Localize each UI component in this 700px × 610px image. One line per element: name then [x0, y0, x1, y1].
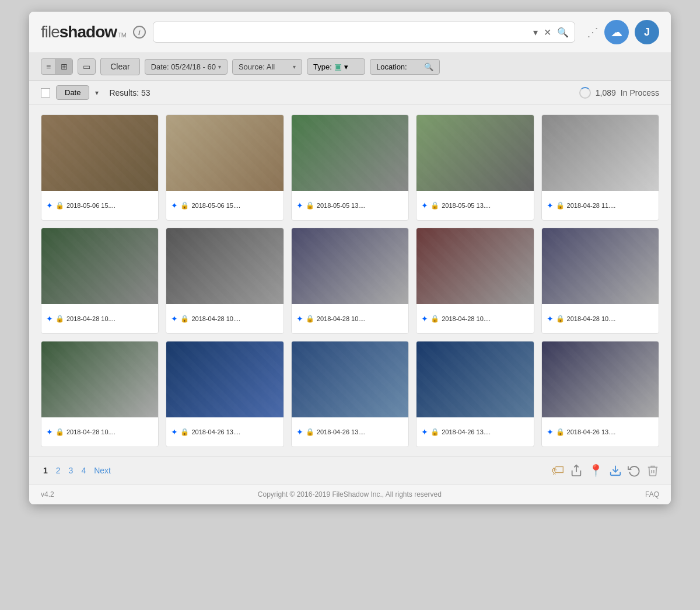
photo-date: 2018-04-26 13.... [317, 428, 366, 435]
footer: v4.2 Copyright © 2016-2019 FileShadow In… [29, 484, 671, 504]
photo-date: 2018-04-28 11.... [567, 202, 616, 209]
search-clear-button[interactable]: ✕ [542, 26, 552, 39]
photo-card[interactable]: ✦ 🔒 2018-05-05 13.... [416, 114, 534, 221]
lock-icon: 🔒 [180, 315, 189, 323]
list-icon: ≡ [46, 62, 51, 71]
dropbox-icon: ✦ [46, 427, 53, 437]
photo-card[interactable]: ✦ 🔒 2018-04-28 10.... [541, 228, 659, 334]
search-dropdown-button[interactable]: ▾ [532, 26, 539, 39]
photo-card[interactable]: ✦ 🔒 2018-04-26 13.... [166, 341, 284, 447]
sort-arrow-icon: ▾ [95, 89, 99, 97]
photo-card[interactable]: ✦ 🔒 2018-05-06 15.... [41, 114, 159, 221]
version-label: v4.2 [41, 490, 54, 499]
page-action-buttons: 🏷 📍 [551, 463, 659, 478]
page-2-link[interactable]: 2 [54, 465, 63, 476]
date-sort-button[interactable]: Date [56, 85, 89, 100]
photo-grid: ✦ 🔒 2018-05-06 15.... ✦ 🔒 2018-05-06 15.… [29, 105, 671, 456]
logo-file: file [41, 23, 60, 41]
photo-thumbnail [416, 228, 533, 304]
dropbox-icon: ✦ [171, 427, 178, 437]
user-avatar-button[interactable]: J [635, 20, 659, 44]
next-page-link[interactable]: Next [92, 465, 113, 476]
photo-card[interactable]: ✦ 🔒 2018-04-28 10.... [416, 228, 534, 334]
cloud-icon: ☁ [611, 25, 622, 39]
header: fileshadowTM i ▾ ✕ 🔍 ⋰ [29, 12, 671, 53]
results-bar: Date ▾ Results: 53 1,089 In Process [29, 81, 671, 105]
delete-button[interactable] [646, 464, 659, 477]
chevron-down-icon: ▾ [533, 27, 538, 38]
search-input[interactable] [158, 27, 532, 37]
photo-card[interactable]: ✦ 🔒 2018-04-26 13.... [291, 341, 409, 447]
photo-card[interactable]: ✦ 🔒 2018-04-26 13.... [416, 341, 534, 447]
pagination-bar: 1 2 3 4 Next 🏷 📍 [29, 456, 671, 484]
photo-date: 2018-04-28 10.... [66, 315, 116, 322]
photo-card[interactable]: ✦ 🔒 2018-04-26 13.... [541, 341, 659, 447]
photo-date: 2018-04-28 10.... [567, 315, 616, 322]
source-filter-label: Source: All [239, 62, 275, 71]
close-icon: ✕ [544, 27, 551, 38]
photo-date: 2018-05-06 15.... [191, 202, 240, 209]
share-action-button[interactable] [570, 464, 583, 477]
faq-link[interactable]: FAQ [645, 490, 659, 499]
results-count: Results: 53 [109, 88, 150, 97]
dropbox-icon: ✦ [421, 314, 428, 323]
share-icon: ⋰ [587, 26, 598, 39]
type-filter-arrow-icon: ▾ [344, 62, 348, 71]
dropbox-icon: ✦ [421, 201, 428, 210]
tag-button[interactable]: 🏷 [551, 463, 564, 478]
cloud-button[interactable]: ☁ [604, 20, 629, 44]
photo-date: 2018-04-28 10.... [317, 315, 366, 322]
folder-view-button[interactable]: ▭ [78, 58, 96, 75]
grid-view-button[interactable]: ⊞ [56, 59, 72, 74]
restore-button[interactable] [628, 464, 640, 477]
list-view-button[interactable]: ≡ [41, 59, 56, 74]
lock-icon: 🔒 [556, 315, 565, 323]
photo-thumbnail [416, 115, 533, 191]
dropbox-icon: ✦ [296, 201, 303, 210]
location-search-icon: 🔍 [424, 62, 433, 71]
source-filter-dropdown[interactable]: Source: All ▾ [232, 59, 302, 75]
photo-thumbnail [292, 228, 408, 304]
app-logo: fileshadowTM [41, 23, 126, 41]
dropbox-icon: ✦ [421, 427, 428, 437]
info-button[interactable]: i [133, 26, 146, 39]
photo-card[interactable]: ✦ 🔒 2018-04-28 11.... [541, 114, 659, 221]
photo-thumbnail [416, 341, 533, 417]
date-filter-dropdown[interactable]: Date: 05/24/18 - 60 ▾ [145, 59, 228, 75]
header-actions: ⋰ ☁ J [587, 20, 659, 44]
app-window: fileshadowTM i ▾ ✕ 🔍 ⋰ [29, 12, 671, 504]
type-filter-dropdown[interactable]: Type: ▣ ▾ [307, 58, 365, 75]
photo-date: 2018-04-26 13.... [442, 428, 491, 435]
view-toggle: ≡ ⊞ [41, 58, 73, 75]
location-filter-dropdown[interactable]: Location: 🔍 [370, 59, 440, 75]
photo-card[interactable]: ✦ 🔒 2018-04-28 10.... [41, 341, 159, 447]
location-action-button[interactable]: 📍 [589, 463, 603, 477]
download-button[interactable] [609, 464, 622, 477]
lock-icon: 🔒 [556, 428, 565, 436]
photo-date: 2018-04-28 10.... [66, 428, 116, 435]
lock-icon: 🔒 [55, 201, 64, 210]
photo-card[interactable]: ✦ 🔒 2018-05-05 13.... [291, 114, 409, 221]
photo-card[interactable]: ✦ 🔒 2018-05-06 15.... [166, 114, 284, 221]
folder-icon: ▭ [83, 62, 90, 71]
photo-date: 2018-05-05 13.... [442, 202, 491, 209]
search-submit-button[interactable]: 🔍 [556, 26, 570, 39]
dropbox-icon: ✦ [171, 201, 178, 210]
in-process-indicator: 1,089 In Process [579, 87, 659, 99]
photo-card[interactable]: ✦ 🔒 2018-04-28 10.... [291, 228, 409, 334]
photo-thumbnail [292, 115, 408, 191]
page-4-link[interactable]: 4 [79, 465, 88, 476]
search-icon: 🔍 [557, 27, 569, 38]
lock-icon: 🔒 [55, 428, 64, 436]
select-all-checkbox[interactable] [41, 88, 50, 97]
share-button[interactable]: ⋰ [587, 25, 598, 39]
lock-icon: 🔒 [556, 201, 565, 210]
photo-card[interactable]: ✦ 🔒 2018-04-28 10.... [41, 228, 159, 334]
dropbox-icon: ✦ [296, 427, 303, 437]
photo-card[interactable]: ✦ 🔒 2018-04-28 10.... [166, 228, 284, 334]
photo-thumbnail [41, 115, 158, 191]
page-3-link[interactable]: 3 [66, 465, 76, 476]
dropbox-icon: ✦ [46, 314, 53, 323]
clear-button[interactable]: Clear [100, 58, 139, 75]
date-filter-label: Date: 05/24/18 - 60 [151, 62, 216, 71]
